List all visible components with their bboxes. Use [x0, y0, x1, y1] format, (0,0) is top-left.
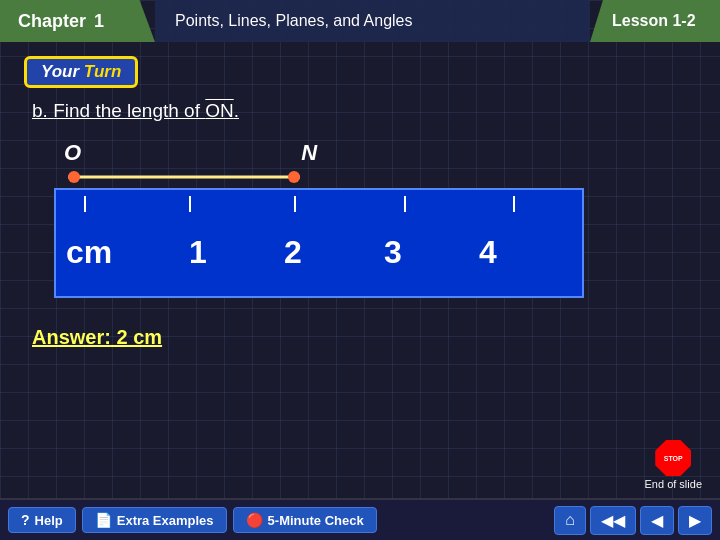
points-row: O N	[54, 140, 584, 166]
ruler-label-4: 4	[468, 234, 508, 271]
answer-value: 2 cm	[111, 326, 162, 348]
diagram-area: O N	[54, 140, 696, 298]
help-button[interactable]: ? Help	[8, 507, 76, 533]
answer-label: Answer:	[32, 326, 111, 348]
forward-button[interactable]: ▶	[678, 506, 712, 535]
point-n-label: N	[301, 140, 317, 166]
lesson-tab: Lesson 1-2	[590, 0, 720, 42]
prev-button[interactable]: ◀◀	[590, 506, 636, 535]
bottom-bar: ? Help 📄 Extra Examples 🔴 5-Minute Check…	[0, 498, 720, 540]
ruler-ticks	[66, 196, 572, 214]
question-find: Find the length of	[53, 100, 205, 121]
question-prefix: b.	[32, 100, 48, 121]
line-segment-row	[54, 166, 584, 188]
your-turn-badge: Your Turn	[24, 56, 138, 88]
help-icon: ?	[21, 512, 30, 528]
title-bar: Points, Lines, Planes, and Angles	[155, 0, 590, 42]
answer-line: Answer: 2 cm	[24, 326, 696, 349]
top-bar: Chapter 1 Points, Lines, Planes, and Ang…	[0, 0, 720, 42]
chapter-number: 1	[94, 11, 104, 32]
ruler-numbers: cm 1 2 3 4	[66, 216, 572, 288]
home-button[interactable]: ⌂	[554, 506, 586, 535]
ruler-box: cm 1 2 3 4	[54, 188, 584, 298]
your-turn-text: Your Turn	[41, 62, 121, 81]
ruler-label-2: 2	[273, 234, 313, 271]
stop-sign-text: STOP	[664, 455, 683, 462]
ruler-label-3: 3	[373, 234, 413, 271]
extra-label: Extra Examples	[117, 513, 214, 528]
five-minute-check-button[interactable]: 🔴 5-Minute Check	[233, 507, 377, 533]
extra-icon: 📄	[95, 512, 112, 528]
back-button[interactable]: ◀	[640, 506, 674, 535]
ruler-label-cm: cm	[66, 234, 136, 271]
question-text: b. Find the length of ON.	[24, 100, 696, 122]
stop-sign-container: STOP	[655, 440, 691, 476]
help-label: Help	[35, 513, 63, 528]
lesson-number: Lesson 1-2	[612, 12, 696, 30]
end-of-slide: STOP End of slide	[645, 440, 702, 490]
point-o-label: O	[64, 140, 81, 166]
right-nav-buttons: ⌂ ◀◀ ◀ ▶	[554, 506, 712, 535]
extra-examples-button[interactable]: 📄 Extra Examples	[82, 507, 227, 533]
lesson-title: Points, Lines, Planes, and Angles	[175, 12, 413, 30]
main-content: Your Turn b. Find the length of ON. O N	[0, 42, 720, 498]
chapter-tab: Chapter 1	[0, 0, 155, 42]
chapter-label: Chapter	[18, 11, 86, 32]
ruler-label-1: 1	[178, 234, 218, 271]
line-segment	[68, 176, 300, 179]
check-label: 5-Minute Check	[268, 513, 364, 528]
check-icon: 🔴	[246, 512, 263, 528]
point-n-dot	[288, 171, 300, 183]
point-o-dot	[68, 171, 80, 183]
segment-label: ON	[205, 100, 234, 121]
end-of-slide-label: End of slide	[645, 478, 702, 490]
